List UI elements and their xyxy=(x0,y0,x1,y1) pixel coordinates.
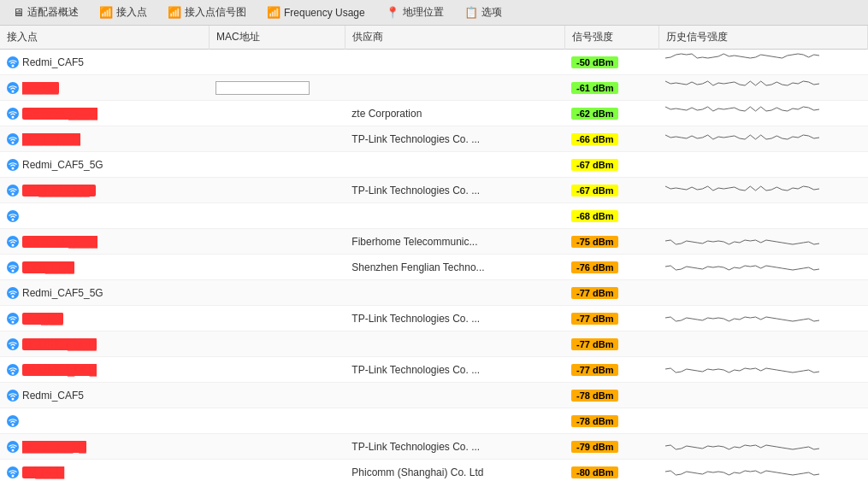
ap-name-cell: 1588████ xyxy=(7,261,202,273)
vendor-cell: Phicomm (Shanghai) Co. Ltd xyxy=(345,460,564,482)
signal-strength-cell: -78 dBm xyxy=(564,383,658,408)
svg-point-0 xyxy=(12,64,15,67)
svg-point-2 xyxy=(12,115,15,118)
svg-point-9 xyxy=(12,295,15,297)
nav-geo-label: 地理位置 xyxy=(403,5,444,20)
signal-badge: -75 dBm xyxy=(571,236,618,248)
ap-name-cell: TP-███████F xyxy=(7,185,202,197)
table-row: -78 dBm xyxy=(0,408,868,434)
ap-wifi-icon xyxy=(7,210,19,222)
sparkline-chart xyxy=(665,334,819,351)
ap-name-cell: Redmi_CAF5 xyxy=(7,56,202,68)
signal-badge: -50 dBm xyxy=(571,56,618,68)
signal-strength-cell: -62 dBm xyxy=(564,101,658,126)
vendor-cell xyxy=(345,152,564,178)
ap-name-cell: TY████ xyxy=(7,466,202,478)
signal-badge: -77 dBm xyxy=(571,364,618,376)
table-row: ChinaNet-████Fiberhome Telecommunic...-7… xyxy=(0,229,868,255)
ap-wifi-icon xyxy=(7,236,19,248)
svg-point-15 xyxy=(12,449,15,451)
ap-ssid: Redmi_CAF5_5G xyxy=(22,287,103,299)
mac-address-cell xyxy=(209,126,345,152)
nav-ap-label: 接入点 xyxy=(116,5,147,20)
signal-badge: -76 dBm xyxy=(571,261,618,273)
vendor-cell: TP-Link Technologies Co. ... xyxy=(345,126,564,152)
mac-address-cell xyxy=(209,434,345,460)
nav-ap-signal[interactable]: 📶 接入点信号图 xyxy=(158,2,256,23)
mac-address-cell xyxy=(209,178,345,203)
ap-wifi-icon xyxy=(7,390,19,402)
geo-icon: 📍 xyxy=(386,6,399,19)
nav-freq[interactable]: 📶 Frequency Usage xyxy=(257,3,375,22)
nav-ap[interactable]: 📶 接入点 xyxy=(90,2,156,23)
mac-address-cell xyxy=(209,383,345,408)
signal-history-cell xyxy=(658,460,867,482)
signal-history-cell xyxy=(658,331,867,357)
signal-history-cell xyxy=(658,178,867,203)
ap-wifi-icon xyxy=(7,185,19,197)
ap-ssid: ████████ xyxy=(22,133,80,145)
nav-options[interactable]: 📋 选项 xyxy=(455,2,511,23)
signal-history-cell xyxy=(658,434,867,460)
mac-address-cell xyxy=(209,152,345,178)
signal-history-cell xyxy=(658,203,867,229)
vendor-cell xyxy=(345,50,564,75)
nav-geo[interactable]: 📍 地理位置 xyxy=(376,2,453,23)
nav-overview-label: 适配器概述 xyxy=(27,5,79,20)
svg-point-4 xyxy=(12,167,15,169)
table-row: TY████Phicomm (Shanghai) Co. Ltd-80 dBm xyxy=(0,460,868,482)
freq-icon: 📶 xyxy=(267,6,280,19)
svg-point-8 xyxy=(12,269,15,272)
table-row: TP-LINK_████-77 dBm xyxy=(0,331,868,357)
ap-ssid: Redmi_CAF5_5G xyxy=(22,159,103,171)
signal-strength-cell: -68 dBm xyxy=(564,203,658,229)
ap-signal-icon: 📶 xyxy=(168,6,181,19)
vendor-cell xyxy=(345,383,564,408)
sparkline-chart xyxy=(665,206,819,223)
table-row: ChinaNet-████zte Corporation-62 dBm xyxy=(0,101,868,126)
sparkline-chart xyxy=(665,411,819,428)
svg-point-7 xyxy=(12,243,15,246)
nav-ap-signal-label: 接入点信号图 xyxy=(185,5,246,20)
ap-ssid: TP-███████F xyxy=(22,185,96,197)
signal-strength-cell: -76 dBm xyxy=(564,255,658,280)
ap-name-cell: ChinaNet-████ xyxy=(7,236,202,248)
sparkline-chart xyxy=(665,360,819,377)
svg-point-3 xyxy=(12,141,15,144)
sparkline-chart xyxy=(665,129,819,146)
ap-name-cell: Redmi_CAF5 xyxy=(7,390,202,402)
vendor-cell: zte Corporation xyxy=(345,101,564,126)
ap-name-cell: ChinaNet-████ xyxy=(7,108,202,120)
vendor-cell xyxy=(345,203,564,229)
vendor-cell xyxy=(345,408,564,434)
ap-table: 接入点 MAC地址 供应商 信号强度 历史信号强度 Redmi_CAF5-50 … xyxy=(0,26,868,481)
signal-history-cell xyxy=(658,383,867,408)
ap-wifi-icon xyxy=(7,364,19,376)
nav-overview[interactable]: 🖥 适配器概述 xyxy=(3,2,88,23)
ap-name-cell xyxy=(7,210,202,222)
table-row: Redmi_CAF5-50 dBm xyxy=(0,50,868,75)
sparkline-chart xyxy=(665,462,819,479)
col-header-ap: 接入点 xyxy=(0,26,209,50)
ap-wifi-icon xyxy=(7,338,19,350)
svg-point-11 xyxy=(12,346,15,349)
mac-address-cell xyxy=(209,331,345,357)
signal-history-cell xyxy=(658,152,867,178)
ap-ssid: 1C2███ xyxy=(22,313,63,325)
sparkline-chart xyxy=(665,155,819,172)
col-header-vendor: 供应商 xyxy=(345,26,564,50)
nav-freq-label: Frequency Usage xyxy=(284,7,365,19)
table-row: Redmi_CAF5_5G-67 dBm xyxy=(0,152,868,178)
ap-name-cell: Redmi_CAF5_5G xyxy=(7,159,202,171)
svg-point-13 xyxy=(12,397,15,400)
sparkline-chart xyxy=(665,232,819,249)
vendor-cell: TP-Link Technologies Co. ... xyxy=(345,434,564,460)
signal-strength-cell: -78 dBm xyxy=(564,408,658,434)
mac-input-field[interactable] xyxy=(216,81,310,95)
ap-ssid: ███████9█ xyxy=(22,441,86,453)
ap-name-cell: Redmi_CAF5_5G xyxy=(7,287,202,299)
ap-wifi-icon xyxy=(7,441,19,453)
table-row: Redmi_CAF5-78 dBm xyxy=(0,383,868,408)
signal-strength-cell: -80 dBm xyxy=(564,460,658,482)
table-row: 1C2███TP-Link Technologies Co. ...-77 dB… xyxy=(0,306,868,331)
